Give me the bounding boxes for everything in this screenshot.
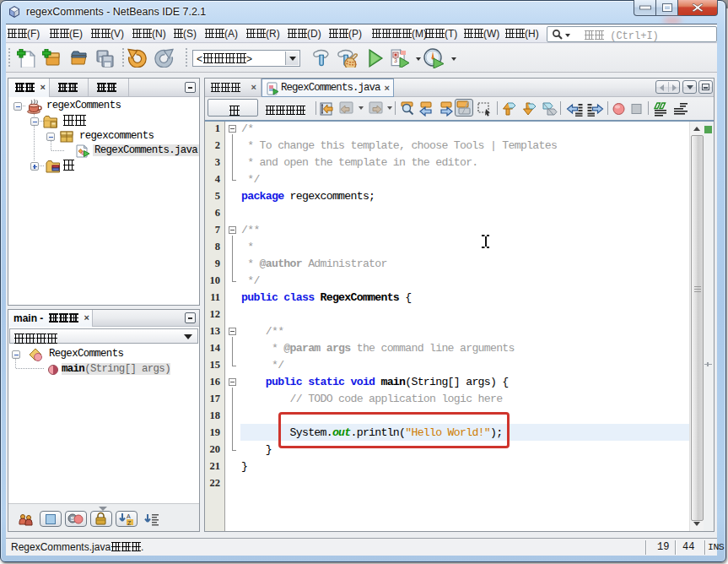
svg-text:3: 3 — [394, 57, 397, 63]
svg-text:A: A — [127, 513, 131, 519]
svg-text:Z: Z — [127, 520, 132, 526]
